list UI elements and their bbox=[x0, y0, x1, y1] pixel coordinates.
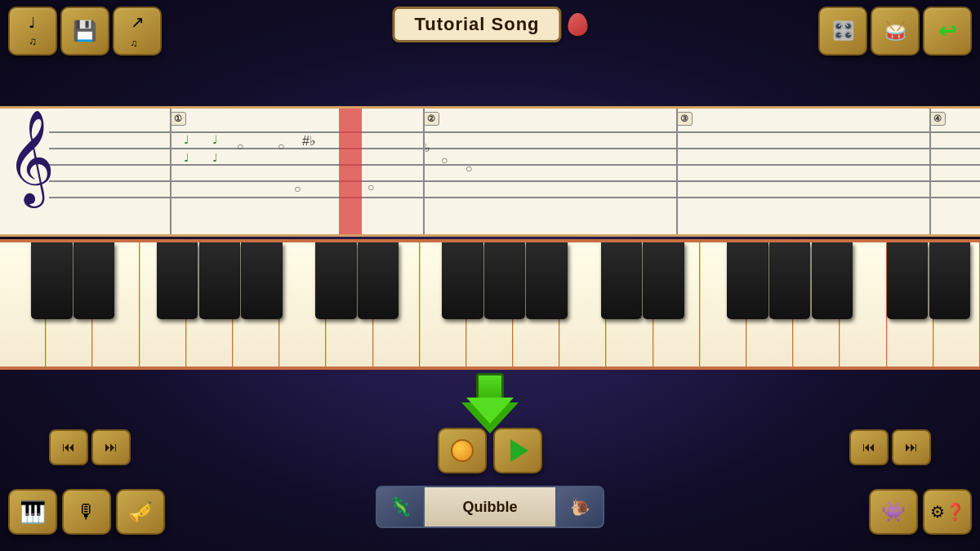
note-9: ○ bbox=[466, 162, 472, 175]
song-title: Tutorial Song bbox=[392, 7, 561, 42]
white-key-14[interactable] bbox=[606, 242, 653, 367]
step-back-button[interactable]: ⏭ bbox=[91, 429, 131, 465]
note-8: ○ bbox=[441, 153, 448, 167]
staff-line-5 bbox=[49, 197, 980, 198]
white-key-6[interactable] bbox=[233, 242, 279, 367]
help-button[interactable]: ⚙❓ bbox=[923, 489, 972, 535]
bottom-left-buttons: 🎹 🎙 🎺 bbox=[8, 489, 165, 535]
record-settings-button[interactable]: 🎙 bbox=[62, 489, 111, 535]
top-left-buttons: ♩♫ 💾 ↗♫ bbox=[8, 7, 162, 56]
undo-button[interactable]: ↩ bbox=[923, 7, 972, 56]
instrument-button[interactable]: 🎺 bbox=[116, 489, 165, 535]
white-key-11[interactable] bbox=[466, 242, 513, 367]
measure-bar-4 bbox=[929, 109, 931, 234]
top-right-buttons: 🎛️ 🥁 ↩ bbox=[818, 7, 972, 56]
settings-help-icon: ⚙❓ bbox=[930, 502, 965, 522]
note-7: ○ bbox=[294, 182, 301, 195]
step-fwd-button[interactable]: ⏮ bbox=[849, 429, 889, 465]
measure-num-1: ① bbox=[170, 112, 186, 126]
white-key-10[interactable] bbox=[420, 242, 466, 367]
staff-lines: ① ② ③ ④ ♩ ♩ ♩ ♩ ○ ○ ○ #♭ ♭ ○ ○ ○ bbox=[49, 109, 980, 234]
note-10: ○ bbox=[368, 180, 374, 193]
white-key-15[interactable] bbox=[653, 242, 700, 367]
flat-symbol: ♭ bbox=[425, 141, 430, 154]
white-key-18[interactable] bbox=[793, 242, 840, 367]
character-selector: 🦎 Quibble 🐌 bbox=[376, 486, 604, 528]
transport-right: ⏮ ⏭ bbox=[849, 429, 931, 465]
save-button[interactable]: 💾 bbox=[60, 7, 109, 56]
measure-bar-1 bbox=[170, 109, 172, 234]
white-key-9[interactable] bbox=[373, 242, 420, 367]
character-select-button[interactable]: 👾 bbox=[869, 489, 918, 535]
character-select-icon: 👾 bbox=[881, 500, 906, 523]
note-6: ○ bbox=[278, 140, 284, 153]
instrument-icon: 🎺 bbox=[128, 500, 153, 523]
white-key-7[interactable] bbox=[279, 242, 326, 367]
play-button[interactable] bbox=[493, 428, 542, 473]
step-back-icon: ⏭ bbox=[105, 440, 118, 455]
piano-button[interactable]: 🎹 bbox=[8, 489, 57, 535]
playhead bbox=[339, 109, 362, 234]
music-notes-icon: ♩♫ bbox=[29, 14, 37, 49]
music-notes-button[interactable]: ♩♫ bbox=[8, 7, 57, 56]
title-pin bbox=[568, 13, 588, 36]
fast-fwd-icon: ⏭ bbox=[905, 440, 918, 455]
transport-left: ⏮ ⏭ bbox=[49, 429, 131, 465]
white-key-17[interactable] bbox=[746, 242, 793, 367]
treble-clef-icon: 𝄞 bbox=[7, 117, 55, 198]
staff-line-2 bbox=[49, 148, 980, 149]
piano-icon: 🎹 bbox=[20, 500, 46, 525]
rewind-icon: ⏮ bbox=[62, 440, 75, 455]
export-button[interactable]: ↗♫ bbox=[113, 7, 162, 56]
measure-num-3: ③ bbox=[676, 112, 693, 126]
white-key-21[interactable] bbox=[933, 242, 980, 367]
white-key-16[interactable] bbox=[700, 242, 746, 367]
character-portrait-icon: 🦎 bbox=[390, 496, 412, 518]
measure-num-4: ④ bbox=[929, 112, 946, 126]
white-key-5[interactable] bbox=[186, 242, 233, 367]
step-fwd-icon: ⏮ bbox=[862, 440, 875, 455]
arrow-head-inner bbox=[466, 398, 514, 424]
metronome-button[interactable]: 🥁 bbox=[871, 7, 920, 56]
white-key-8[interactable] bbox=[326, 242, 372, 367]
save-icon: 💾 bbox=[73, 20, 97, 42]
note-5: ○ bbox=[237, 140, 243, 153]
white-key-19[interactable] bbox=[840, 242, 886, 367]
white-key-20[interactable] bbox=[887, 242, 933, 367]
character-portrait[interactable]: 🦎 bbox=[376, 486, 425, 528]
undo-icon: ↩ bbox=[938, 19, 956, 44]
white-key-1[interactable] bbox=[0, 242, 46, 367]
white-key-2[interactable] bbox=[46, 242, 92, 367]
white-key-12[interactable] bbox=[513, 242, 559, 367]
note-2: ♩ bbox=[212, 133, 218, 146]
character-name: Quibble bbox=[425, 486, 555, 528]
fast-fwd-button[interactable]: ⏭ bbox=[892, 429, 931, 465]
export-icon: ↗♫ bbox=[131, 12, 145, 51]
sharp-symbol: #♭ bbox=[302, 133, 316, 149]
note-4: ♩ bbox=[212, 151, 218, 164]
piano-keys bbox=[0, 242, 980, 367]
staff-line-4 bbox=[49, 180, 980, 182]
white-key-13[interactable] bbox=[559, 242, 606, 367]
measure-bar-3 bbox=[676, 109, 678, 234]
character-badge-icon: 🐌 bbox=[570, 497, 590, 517]
metronome-icon: 🥁 bbox=[884, 20, 906, 42]
white-key-3[interactable] bbox=[92, 242, 139, 367]
sheet-music-area: 𝄞 ① ② ③ ④ ♩ ♩ ♩ ♩ ○ ○ ○ #♭ ♭ ○ ○ bbox=[0, 106, 980, 237]
rewind-button[interactable]: ⏮ bbox=[49, 429, 88, 465]
bottom-right-buttons: 👾 ⚙❓ bbox=[869, 489, 972, 535]
staff-line-3 bbox=[49, 164, 980, 166]
note-1: ♩ bbox=[184, 133, 189, 146]
record-button[interactable] bbox=[438, 428, 487, 473]
measure-bar-2 bbox=[423, 109, 425, 234]
play-icon bbox=[510, 439, 528, 462]
title-container: Tutorial Song bbox=[392, 7, 587, 42]
bottom-area: ⏮ ⏭ ⏮ ⏭ 🦎 Quibble 🐌 🎹 bbox=[0, 420, 980, 551]
center-transport bbox=[438, 428, 542, 473]
record-settings-icon: 🎙 bbox=[77, 500, 96, 523]
mixer-icon: 🎛️ bbox=[832, 20, 854, 42]
character-badge[interactable]: 🐌 bbox=[555, 486, 604, 528]
white-key-4[interactable] bbox=[140, 242, 186, 367]
mixer-button[interactable]: 🎛️ bbox=[818, 7, 867, 56]
note-3: ♩ bbox=[184, 151, 189, 164]
